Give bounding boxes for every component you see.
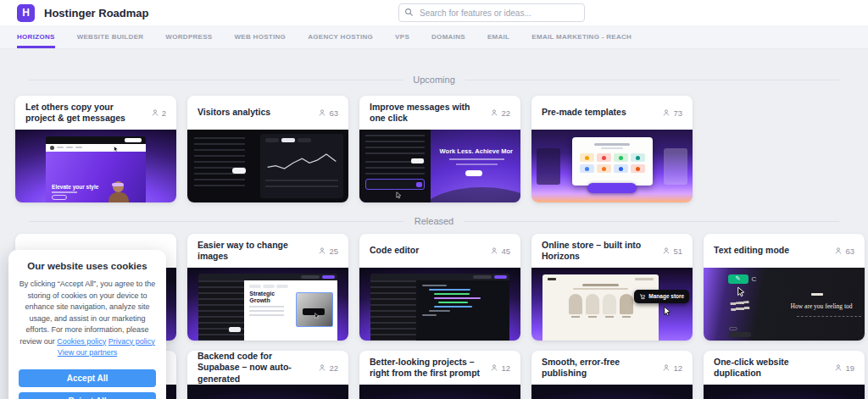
person-icon <box>318 363 326 372</box>
upcoming-section-header: Upcoming <box>29 75 839 85</box>
mock-heading: How are you feeling tod <box>791 302 865 310</box>
vote-count: 12 <box>501 363 510 373</box>
hero-caption: Work Less. Achieve Mor <box>435 147 517 155</box>
card-website-duplication[interactable]: One-click website duplication 19 <box>704 351 865 399</box>
hostinger-logo[interactable]: H <box>17 4 35 22</box>
manage-store-tooltip: Manage store <box>634 290 689 303</box>
vote-badge: 63 <box>318 108 338 118</box>
card-easier-images[interactable]: Easier way to change images 25 Strategic… <box>187 234 348 341</box>
card-thumbnail: Manage store <box>531 268 693 341</box>
card-thumbnail <box>187 385 348 399</box>
feature-title: Text editing mode <box>714 245 789 256</box>
card-text-editing-mode[interactable]: Text editing mode 63 ✎ C How are you fee… <box>704 234 865 341</box>
vote-badge: 2 <box>151 108 166 118</box>
feature-title: Backend code for Supabase – now auto-gen… <box>198 351 313 384</box>
tab-web-hosting[interactable]: WEB HOSTING <box>235 25 287 48</box>
tooltip-label: Manage store <box>648 293 684 299</box>
tab-website-builder[interactable]: WEBSITE BUILDER <box>77 25 144 48</box>
reject-all-button[interactable]: Reject All <box>19 392 156 399</box>
logo-letter: H <box>22 7 30 19</box>
line-chart <box>265 145 339 174</box>
site-logo-scribble <box>731 300 750 312</box>
tab-wordpress[interactable]: WORDPRESS <box>165 25 212 48</box>
released-label: Released <box>415 216 453 226</box>
cookie-body: By clicking “Accept All”, you agree to t… <box>19 279 156 359</box>
vote-count: 73 <box>673 108 682 118</box>
card-backend-supabase[interactable]: Backend code for Supabase – now auto-gen… <box>187 351 348 399</box>
card-better-projects[interactable]: Better-looking projects – right from the… <box>359 351 520 399</box>
copy-link-button <box>125 138 142 142</box>
card-code-editor[interactable]: Code editor 45 <box>359 234 520 341</box>
tab-vps[interactable]: VPS <box>395 25 409 48</box>
vote-badge: 73 <box>662 108 682 118</box>
feature-title: One-click website duplication <box>714 357 829 379</box>
card-thumbnail <box>359 385 520 399</box>
person-icon <box>662 247 670 255</box>
vote-count: 63 <box>329 108 338 118</box>
tab-horizons[interactable]: HORIZONS <box>17 25 55 48</box>
card-visitors-analytics[interactable]: Visitors analytics 63 <box>187 96 348 202</box>
tab-email[interactable]: EMAIL <box>487 25 509 48</box>
vote-badge: 12 <box>490 363 510 373</box>
editor-window <box>370 274 509 341</box>
card-thumbnail <box>187 130 348 202</box>
vote-badge: 19 <box>834 363 854 373</box>
vote-badge: 45 <box>490 247 510 256</box>
person-icon <box>318 108 326 117</box>
feature-title: Smooth, error-free publishing <box>542 357 657 379</box>
tab-email-marketing-reach[interactable]: EMAIL MARKETING - REACH <box>531 25 632 48</box>
card-thumbnail: Elevate your style <box>15 130 176 202</box>
released-section-header: Released <box>29 216 839 226</box>
cookie-title: Our website uses cookies <box>19 261 156 271</box>
edit-mode-toggle: ✎ <box>728 274 748 284</box>
divider <box>464 221 839 222</box>
card-thumbnail <box>531 130 693 202</box>
card-thumbnail: Strategic Growth <box>187 268 348 341</box>
card-thumbnail <box>359 268 520 341</box>
cookie-consent-dialog: Our website uses cookies By clicking “Ac… <box>8 250 166 399</box>
person-icon <box>834 247 843 255</box>
card-premade-templates[interactable]: Pre-made templates 73 <box>531 96 693 202</box>
person-icon <box>662 108 670 117</box>
feature-title: Pre-made templates <box>542 107 626 118</box>
feature-title: Online store – built into Horizons <box>542 240 657 262</box>
view-partners-link[interactable]: View our partners <box>58 348 117 357</box>
card-online-store[interactable]: Online store – built into Horizons 51 <box>531 234 693 341</box>
divider <box>29 80 403 80</box>
privacy-policy-link[interactable]: Privacy policy <box>108 337 155 346</box>
person-icon <box>490 363 498 372</box>
page-title: Hostinger Roadmap <box>44 7 149 19</box>
message-input-mock <box>365 179 425 190</box>
feature-title: Code editor <box>370 245 419 256</box>
cursor-icon <box>395 191 403 199</box>
person-icon <box>151 108 159 117</box>
storefront-mockup <box>542 274 659 341</box>
planet-graphic <box>420 187 520 202</box>
vote-badge: 22 <box>318 363 338 373</box>
vote-count: 63 <box>845 247 854 256</box>
vote-count: 19 <box>845 363 854 373</box>
card-copy-project[interactable]: Let others copy your project & get messa… <box>15 96 176 202</box>
vote-badge: 63 <box>834 247 854 256</box>
tab-domains[interactable]: DOMAINS <box>431 25 465 48</box>
cursor-icon <box>736 286 747 297</box>
vote-badge: 51 <box>662 247 682 256</box>
feature-title: Easier way to change images <box>198 240 313 262</box>
search-input[interactable] <box>398 3 585 22</box>
feature-title: Visitors analytics <box>198 107 270 118</box>
search-bar <box>398 3 585 22</box>
website-mockup: Elevate your style <box>46 136 146 202</box>
upcoming-cards: Let others copy your project & get messa… <box>15 96 868 202</box>
vote-badge: 22 <box>490 108 510 118</box>
use-template-button <box>587 183 637 193</box>
vote-count: 45 <box>501 247 510 256</box>
card-improve-messages[interactable]: Improve messages with one click 22 Work … <box>359 96 520 202</box>
card-smooth-publishing[interactable]: Smooth, error-free publishing 12 <box>531 351 693 399</box>
accept-all-button[interactable]: Accept All <box>19 369 156 387</box>
tab-agency-hosting[interactable]: AGENCY HOSTING <box>308 25 373 48</box>
cookies-policy-link[interactable]: Cookies policy <box>57 337 106 346</box>
hero-caption: Elevate your style <box>52 184 98 190</box>
upcoming-label: Upcoming <box>413 75 455 85</box>
person-icon <box>490 108 498 117</box>
selected-image <box>296 292 333 327</box>
